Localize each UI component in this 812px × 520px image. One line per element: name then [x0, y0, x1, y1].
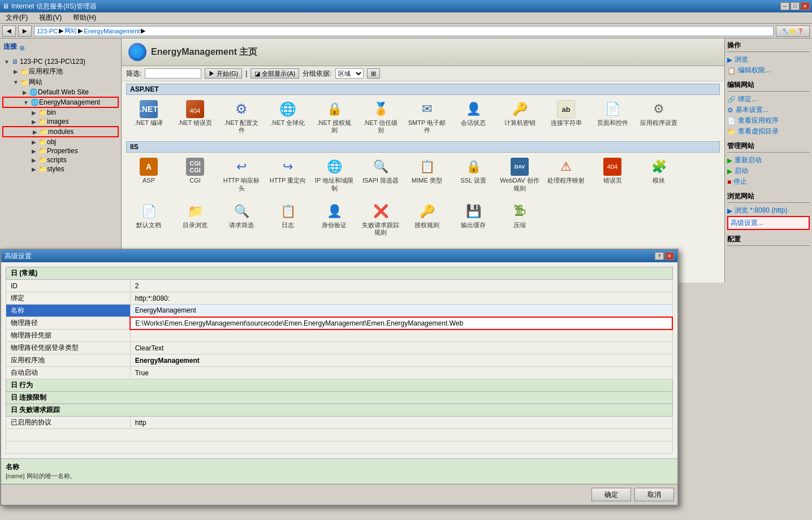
breadcrumb-app[interactable]: EnergyManagement [84, 28, 140, 34]
icon-net-error[interactable]: 404 .NET 错误页 [172, 97, 218, 137]
dialog-title-bar: 高级设置 ? ✕ [1, 250, 677, 262]
icon-http-redirect[interactable]: ↪ HTTP 重定向 [265, 155, 310, 194]
back-button[interactable]: ◀ [2, 25, 16, 37]
group-select[interactable]: 区域 [335, 68, 364, 79]
window-title: 🖥 Internet 信息服务(IIS)管理器 [2, 2, 97, 11]
icon-connstr[interactable]: ab 连接字符串 [543, 97, 589, 137]
title-bar: 🖥 Internet 信息服务(IIS)管理器 ─ □ ✕ [0, 0, 812, 12]
icon-modules[interactable]: 🧩 模块 [636, 155, 681, 194]
tree-sites[interactable]: ▼ 📁 网站 [2, 77, 119, 88]
connstr-icon: ab [557, 100, 575, 118]
icon-error-pages[interactable]: 404 错误页 [590, 155, 635, 194]
menu-view[interactable]: 视图(V) [36, 12, 65, 24]
icon-req-filter[interactable]: 🔍 请求筛选 [219, 200, 264, 239]
icon-machinekey[interactable]: 🔑 计算机密钥 [497, 97, 542, 137]
basic-settings-link[interactable]: ⚙ 基本设置... [727, 105, 810, 115]
icon-net-config[interactable]: ⚙ .NET 配置文件 [219, 97, 264, 137]
content-area: 🌐 EnergyManagement 主页 筛选: ▶ 开始(G) | ◪ 全部… [122, 38, 724, 283]
icon-smtp[interactable]: ✉ SMTP 电子邮件 [404, 97, 450, 137]
stop-link[interactable]: ■ 停止 [727, 176, 810, 187]
icon-net-global[interactable]: 🌐 .NET 全球化 [265, 97, 310, 137]
tree-styles[interactable]: ▶ 📁 styles [2, 164, 119, 174]
images-icon: 📁 [38, 118, 47, 125]
icon-session[interactable]: 👤 会话状态 [451, 97, 496, 137]
identity-icon: 👤 [325, 202, 343, 220]
tree-images[interactable]: ▶ 📁 images [2, 117, 119, 126]
icon-handler-mapping[interactable]: ⚠ 处理程序映射 [543, 155, 589, 194]
machinekey-icon: 🔑 [511, 100, 529, 118]
icon-webdav[interactable]: DAV WebDAV 创作规则 [497, 155, 542, 194]
ip-domain-icon: 🌐 [325, 158, 343, 176]
icon-identity[interactable]: 👤 身份验证 [312, 200, 357, 239]
tree-server[interactable]: ▼ 🖥 123-PC (123-PC\123) [2, 57, 119, 66]
start-link[interactable]: ▶ 启动 [727, 166, 810, 176]
auth-rules-icon: 🔑 [418, 202, 436, 220]
aspnet-header[interactable]: ASP.NET [126, 84, 720, 95]
view-apps-link[interactable]: 📄 查看应用程序 [727, 115, 810, 126]
view-vdirs-link[interactable]: 📁 查看虚拟目录 [727, 126, 810, 137]
icon-cgi[interactable]: CGICGI CGI [172, 155, 218, 194]
browse-site-title: 浏览网站 [727, 192, 810, 203]
icon-appsettings[interactable]: ⚙ 应用程序设置 [636, 97, 681, 137]
icon-log[interactable]: 📋 日志 [265, 200, 310, 239]
close-button[interactable]: ✕ [801, 2, 810, 10]
icon-compress[interactable]: 🗜 压缩 [497, 200, 542, 239]
tree-defaultweb[interactable]: ▶ 🌐 Default Web Site [2, 88, 119, 97]
browse-link[interactable]: ▶ 浏览 [727, 54, 810, 65]
tree-label-scripts: scripts [47, 156, 67, 164]
icon-dir-browse[interactable]: 📁 目录浏览 [172, 200, 218, 239]
sites-icon: 📁 [20, 79, 29, 86]
browse-http-link[interactable]: ▶ 浏览 *:8080 (http) [727, 205, 810, 216]
restart-link[interactable]: ▶ 重新启动 [727, 155, 810, 166]
settings-table: 日 (常规) ID 2 绑定 http:*:8080: 名称 EnergyMan… [6, 267, 673, 283]
icon-output-cache[interactable]: 💾 输出缓存 [451, 200, 496, 239]
tree-label-energy: EnergyManagement [39, 98, 100, 106]
asp-icon: A [140, 158, 158, 176]
icon-asp[interactable]: A ASP [126, 155, 171, 194]
start-button[interactable]: ▶ 开始(G) [205, 68, 242, 79]
iis-header[interactable]: IIS [126, 141, 720, 153]
tree-container: ▼ 🖥 123-PC (123-PC\123) ▶ 📁 应用程序池 ▼ 📁 网站… [2, 57, 119, 174]
icon-ip-domain[interactable]: 🌐 IP 地址和域限制 [312, 155, 357, 194]
tree-energy[interactable]: ▼ 🌐 EnergyManagement [2, 97, 119, 108]
menu-file[interactable]: 文件(F) [2, 12, 31, 24]
filter-bar: 筛选: ▶ 开始(G) | ◪ 全部显示(A) 分组依据: 区域 ⊞ [122, 66, 724, 81]
icon-auth-rules[interactable]: 🔑 授权规则 [404, 200, 450, 239]
icon-ssl[interactable]: 🔒 SSL 设置 [451, 155, 496, 194]
iis-grid2: 📄 默认文档 📁 目录浏览 🔍 请求筛选 📋 日志 [126, 200, 720, 239]
advanced-settings-link[interactable]: 高级设置... [727, 216, 810, 230]
icon-mime[interactable]: 📋 MIME 类型 [404, 155, 450, 194]
toolbar-icons[interactable]: 🔧 🌟 ❓ [776, 25, 810, 37]
tree-apppool[interactable]: ▶ 📁 应用程序池 [2, 66, 119, 77]
add-connection-icon[interactable]: ⊕ [19, 44, 25, 52]
net-global-icon: 🌐 [279, 100, 297, 118]
tree-modules[interactable]: ▶ 📁 modules [2, 126, 119, 137]
icon-net-compile[interactable]: .NET .NET 编译 [126, 97, 171, 137]
icon-failed-request[interactable]: ❌ 失败请求跟踪规则 [358, 200, 403, 239]
icon-net-trust[interactable]: 🏅 .NET 信任级别 [358, 97, 403, 137]
icon-http-response[interactable]: ↩ HTTP 响应标头 [219, 155, 264, 194]
restore-button[interactable]: □ [791, 2, 800, 10]
menu-help[interactable]: 帮助(H) [70, 12, 100, 24]
icon-default-doc[interactable]: 📄 默认文档 [126, 200, 171, 239]
expand-energy: ▼ [21, 99, 31, 106]
icon-isapi[interactable]: 🔍 ISAPI 筛选器 [358, 155, 403, 194]
view-toggle-button[interactable]: ⊞ [367, 68, 380, 79]
tree-scripts[interactable]: ▶ 📁 scripts [2, 155, 119, 164]
minimize-button[interactable]: ─ [780, 2, 789, 10]
forward-button[interactable]: ▶ [18, 25, 32, 37]
dialog-help-button[interactable]: ? [655, 252, 664, 260]
icon-pages[interactable]: 📄 页面和控件 [590, 97, 635, 137]
breadcrumb-home[interactable]: 123-PC [37, 28, 58, 34]
edit-perms-link[interactable]: 📋 编辑权限... [727, 65, 810, 76]
dialog-close-button[interactable]: ✕ [665, 252, 674, 260]
show-all-button[interactable]: ◪ 全部显示(A) [250, 68, 299, 79]
icon-net-auth[interactable]: 🔒 .NET 授权规则 [312, 97, 357, 137]
tree-obj[interactable]: ▶ 📁 obj [2, 137, 119, 146]
tree-bin[interactable]: ▶ 📁 bin [2, 108, 119, 117]
tree-properties[interactable]: ▶ 📁 Properties [2, 146, 119, 155]
breadcrumb-sites[interactable]: 网站 [64, 27, 77, 35]
advanced-settings-dialog: 高级设置 ? ✕ 日 (常规) ID 2 绑定 http:*:8080: 名称 … [0, 249, 679, 283]
binding-link[interactable]: 🔗 绑定... [727, 94, 810, 105]
filter-input[interactable] [145, 68, 201, 79]
